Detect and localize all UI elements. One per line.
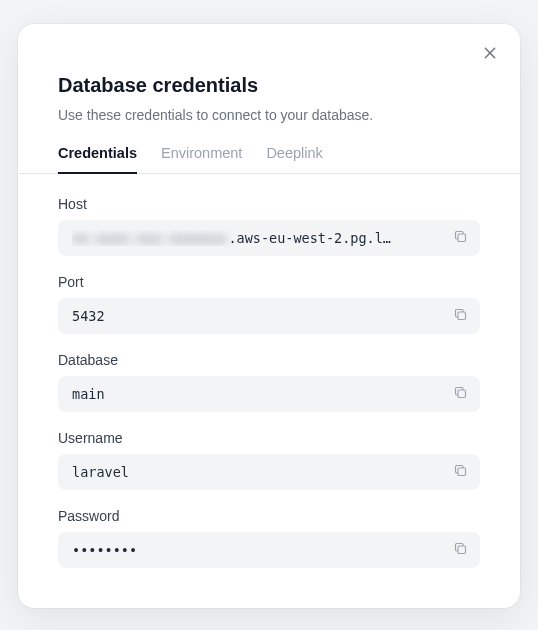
- host-obscured-part: xx-xxxx-xxx-xxxxxxx: [72, 230, 226, 246]
- field-host: Host xx-xxxx-xxx-xxxxxxx .aws-eu-west-2.…: [58, 196, 480, 256]
- svg-rect-3: [458, 312, 466, 320]
- password-label: Password: [58, 508, 480, 524]
- copy-icon: [453, 463, 468, 481]
- username-value-box: laravel: [58, 454, 480, 490]
- username-value: laravel: [72, 464, 436, 480]
- password-value: ••••••••: [72, 542, 436, 558]
- modal-title: Database credentials: [58, 74, 480, 97]
- modal-subtitle: Use these credentials to connect to your…: [58, 107, 480, 123]
- copy-port-button[interactable]: [450, 306, 470, 326]
- credentials-modal: Database credentials Use these credentia…: [18, 24, 520, 608]
- host-label: Host: [58, 196, 480, 212]
- copy-icon: [453, 385, 468, 403]
- tab-environment[interactable]: Environment: [161, 145, 242, 173]
- database-value: main: [72, 386, 436, 402]
- fields-container: Host xx-xxxx-xxx-xxxxxxx .aws-eu-west-2.…: [58, 196, 480, 568]
- copy-database-button[interactable]: [450, 384, 470, 404]
- copy-icon: [453, 307, 468, 325]
- field-password: Password ••••••••: [58, 508, 480, 568]
- tab-deeplink[interactable]: Deeplink: [266, 145, 322, 173]
- host-visible-part: .aws-eu-west-2.pg.l…: [228, 230, 436, 246]
- password-value-box: ••••••••: [58, 532, 480, 568]
- close-icon: [482, 45, 498, 64]
- tabs: Credentials Environment Deeplink: [18, 145, 520, 174]
- port-label: Port: [58, 274, 480, 290]
- field-database: Database main: [58, 352, 480, 412]
- port-value-box: 5432: [58, 298, 480, 334]
- copy-icon: [453, 541, 468, 559]
- username-label: Username: [58, 430, 480, 446]
- host-value-box: xx-xxxx-xxx-xxxxxxx .aws-eu-west-2.pg.l…: [58, 220, 480, 256]
- host-value: xx-xxxx-xxx-xxxxxxx .aws-eu-west-2.pg.l…: [72, 230, 436, 246]
- tab-credentials[interactable]: Credentials: [58, 145, 137, 173]
- svg-rect-6: [458, 546, 466, 554]
- database-label: Database: [58, 352, 480, 368]
- copy-username-button[interactable]: [450, 462, 470, 482]
- database-value-box: main: [58, 376, 480, 412]
- svg-rect-5: [458, 468, 466, 476]
- copy-host-button[interactable]: [450, 228, 470, 248]
- close-button[interactable]: [478, 42, 502, 66]
- copy-password-button[interactable]: [450, 540, 470, 560]
- field-username: Username laravel: [58, 430, 480, 490]
- port-value: 5432: [72, 308, 436, 324]
- svg-rect-4: [458, 390, 466, 398]
- field-port: Port 5432: [58, 274, 480, 334]
- svg-rect-2: [458, 234, 466, 242]
- copy-icon: [453, 229, 468, 247]
